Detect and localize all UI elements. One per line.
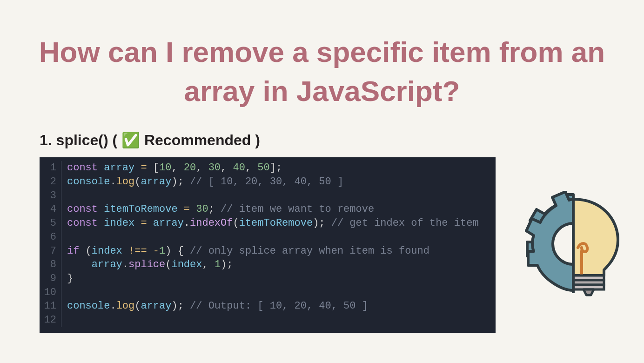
- code-text: const index = array.indexOf(itemToRemove…: [67, 216, 479, 230]
- page-title: How can I remove a specific item from an…: [28, 33, 616, 110]
- line-number: 5: [40, 216, 61, 230]
- section-heading: 1. splice() ( ✅ Recommended ): [40, 131, 644, 149]
- line-number: 6: [40, 230, 61, 244]
- line-number: 12: [40, 313, 61, 327]
- line-number: 7: [40, 244, 61, 258]
- line-number: 10: [40, 286, 61, 300]
- code-text: }: [67, 272, 73, 286]
- code-line: 7if (index !== -1) { // only splice arra…: [40, 244, 491, 258]
- code-text: const array = [10, 20, 30, 40, 50];: [67, 161, 282, 175]
- code-line: 1const array = [10, 20, 30, 40, 50];: [40, 161, 491, 175]
- code-text: if (index !== -1) { // only splice array…: [67, 244, 429, 258]
- code-line: 12: [40, 313, 491, 327]
- line-number: 3: [40, 189, 61, 203]
- code-text: [67, 230, 73, 244]
- code-text: [67, 286, 73, 300]
- code-text: [67, 189, 73, 203]
- code-line: 10: [40, 286, 491, 300]
- code-text: const itemToRemove = 30; // item we want…: [67, 202, 374, 216]
- code-text: [67, 313, 73, 327]
- code-line: 3: [40, 189, 491, 203]
- code-block: 1const array = [10, 20, 30, 40, 50];2con…: [40, 157, 496, 332]
- line-number: 2: [40, 175, 61, 189]
- code-line: 6: [40, 230, 491, 244]
- gear-bulb-icon: [519, 191, 626, 300]
- code-text: console.log(array); // [ 10, 20, 30, 40,…: [67, 175, 343, 189]
- line-number: 9: [40, 272, 61, 286]
- line-number: 4: [40, 202, 61, 216]
- code-line: 5const index = array.indexOf(itemToRemov…: [40, 216, 491, 230]
- code-text: console.log(array); // Output: [ 10, 20,…: [67, 299, 368, 313]
- code-line: 4const itemToRemove = 30; // item we wan…: [40, 202, 491, 216]
- code-line: 9}: [40, 272, 491, 286]
- line-number: 8: [40, 258, 61, 272]
- code-line: 8 array.splice(index, 1);: [40, 258, 491, 272]
- code-line: 2console.log(array); // [ 10, 20, 30, 40…: [40, 175, 491, 189]
- code-text: array.splice(index, 1);: [67, 258, 233, 272]
- line-number: 1: [40, 161, 61, 175]
- line-number: 11: [40, 299, 61, 313]
- code-line: 11console.log(array); // Output: [ 10, 2…: [40, 299, 491, 313]
